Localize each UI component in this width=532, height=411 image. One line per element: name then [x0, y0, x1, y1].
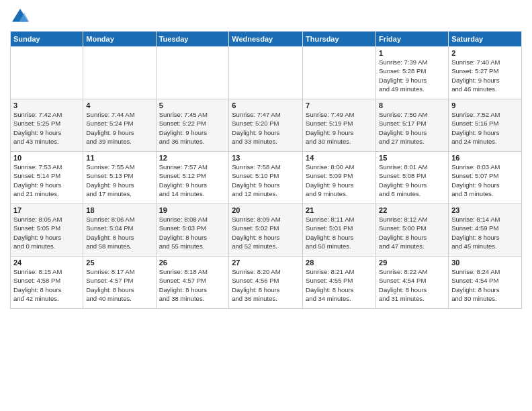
day-info: Sunrise: 8:09 AM Sunset: 5:02 PM Dayligh…: [232, 215, 300, 250]
day-number: 20: [232, 206, 300, 214]
calendar-cell: [303, 47, 376, 99]
day-number: 10: [13, 154, 80, 162]
day-info: Sunrise: 7:49 AM Sunset: 5:19 PM Dayligh…: [306, 110, 373, 146]
calendar-cell: 12Sunrise: 7:57 AM Sunset: 5:12 PM Dayli…: [156, 152, 229, 204]
calendar-week-row: 24Sunrise: 8:15 AM Sunset: 4:58 PM Dayli…: [11, 257, 522, 309]
day-number: 12: [159, 154, 226, 162]
day-number: 6: [232, 101, 300, 109]
calendar-day-header: Monday: [83, 32, 156, 47]
day-number: 27: [232, 259, 300, 267]
calendar-day-header: Saturday: [449, 32, 522, 47]
day-info: Sunrise: 8:03 AM Sunset: 5:07 PM Dayligh…: [451, 163, 519, 198]
calendar-cell: 4Sunrise: 7:44 AM Sunset: 5:24 PM Daylig…: [83, 99, 156, 152]
calendar-cell: 29Sunrise: 8:22 AM Sunset: 4:54 PM Dayli…: [376, 257, 449, 309]
calendar-cell: 14Sunrise: 8:00 AM Sunset: 5:09 PM Dayli…: [303, 152, 376, 204]
calendar-cell: [11, 47, 83, 99]
calendar-week-row: 3Sunrise: 7:42 AM Sunset: 5:25 PM Daylig…: [11, 99, 522, 152]
day-info: Sunrise: 8:06 AM Sunset: 5:04 PM Dayligh…: [86, 215, 152, 250]
day-number: 23: [451, 206, 519, 214]
calendar-cell: 24Sunrise: 8:15 AM Sunset: 4:58 PM Dayli…: [11, 257, 83, 309]
calendar-cell: 23Sunrise: 8:14 AM Sunset: 4:59 PM Dayli…: [449, 204, 522, 257]
calendar-cell: [156, 47, 229, 99]
day-number: 15: [379, 154, 445, 162]
day-number: 19: [159, 206, 226, 214]
calendar-cell: [83, 47, 156, 99]
day-info: Sunrise: 8:11 AM Sunset: 5:01 PM Dayligh…: [306, 215, 373, 250]
day-number: 7: [306, 101, 373, 109]
calendar-cell: 26Sunrise: 8:18 AM Sunset: 4:57 PM Dayli…: [156, 257, 229, 309]
calendar-day-header: Wednesday: [229, 32, 303, 47]
calendar-body: 1Sunrise: 7:39 AM Sunset: 5:28 PM Daylig…: [11, 47, 522, 309]
day-info: Sunrise: 7:39 AM Sunset: 5:28 PM Dayligh…: [379, 58, 445, 93]
day-info: Sunrise: 7:53 AM Sunset: 5:14 PM Dayligh…: [13, 163, 80, 198]
day-number: 29: [379, 259, 445, 267]
calendar-header-row: SundayMondayTuesdayWednesdayThursdayFrid…: [11, 32, 522, 47]
calendar-cell: 18Sunrise: 8:06 AM Sunset: 5:04 PM Dayli…: [83, 204, 156, 257]
day-number: 3: [13, 101, 80, 109]
day-info: Sunrise: 8:24 AM Sunset: 4:54 PM Dayligh…: [451, 267, 519, 303]
calendar-cell: 13Sunrise: 7:58 AM Sunset: 5:10 PM Dayli…: [229, 152, 303, 204]
calendar-cell: 3Sunrise: 7:42 AM Sunset: 5:25 PM Daylig…: [11, 99, 83, 152]
calendar-cell: 5Sunrise: 7:45 AM Sunset: 5:22 PM Daylig…: [156, 99, 229, 152]
day-info: Sunrise: 7:47 AM Sunset: 5:20 PM Dayligh…: [232, 110, 300, 146]
calendar-day-header: Tuesday: [156, 32, 229, 47]
day-number: 9: [451, 101, 519, 109]
header: [10, 7, 522, 27]
day-info: Sunrise: 8:14 AM Sunset: 4:59 PM Dayligh…: [451, 215, 519, 250]
day-info: Sunrise: 7:58 AM Sunset: 5:10 PM Dayligh…: [232, 163, 300, 198]
day-number: 14: [306, 154, 373, 162]
calendar-cell: 16Sunrise: 8:03 AM Sunset: 5:07 PM Dayli…: [449, 152, 522, 204]
day-info: Sunrise: 7:57 AM Sunset: 5:12 PM Dayligh…: [159, 163, 226, 198]
day-number: 11: [86, 154, 152, 162]
day-info: Sunrise: 8:08 AM Sunset: 5:03 PM Dayligh…: [159, 215, 226, 250]
logo-icon: [10, 7, 30, 27]
calendar-day-header: Friday: [376, 32, 449, 47]
page: SundayMondayTuesdayWednesdayThursdayFrid…: [0, 0, 532, 411]
calendar-table: SundayMondayTuesdayWednesdayThursdayFrid…: [10, 31, 522, 309]
calendar-cell: 1Sunrise: 7:39 AM Sunset: 5:28 PM Daylig…: [376, 47, 449, 99]
day-info: Sunrise: 7:40 AM Sunset: 5:27 PM Dayligh…: [451, 58, 519, 93]
calendar-cell: 17Sunrise: 8:05 AM Sunset: 5:05 PM Dayli…: [11, 204, 83, 257]
calendar-cell: 25Sunrise: 8:17 AM Sunset: 4:57 PM Dayli…: [83, 257, 156, 309]
calendar-cell: 28Sunrise: 8:21 AM Sunset: 4:55 PM Dayli…: [303, 257, 376, 309]
day-number: 24: [13, 259, 80, 267]
calendar-cell: 2Sunrise: 7:40 AM Sunset: 5:27 PM Daylig…: [449, 47, 522, 99]
calendar-cell: 9Sunrise: 7:52 AM Sunset: 5:16 PM Daylig…: [449, 99, 522, 152]
day-number: 22: [379, 206, 445, 214]
calendar-cell: 11Sunrise: 7:55 AM Sunset: 5:13 PM Dayli…: [83, 152, 156, 204]
calendar-week-row: 1Sunrise: 7:39 AM Sunset: 5:28 PM Daylig…: [11, 47, 522, 99]
day-info: Sunrise: 8:21 AM Sunset: 4:55 PM Dayligh…: [306, 267, 373, 303]
day-info: Sunrise: 8:20 AM Sunset: 4:56 PM Dayligh…: [232, 267, 300, 303]
day-info: Sunrise: 8:17 AM Sunset: 4:57 PM Dayligh…: [86, 267, 152, 303]
day-number: 8: [379, 101, 445, 109]
calendar-cell: 22Sunrise: 8:12 AM Sunset: 5:00 PM Dayli…: [376, 204, 449, 257]
day-number: 28: [306, 259, 373, 267]
day-number: 1: [379, 49, 445, 57]
calendar-week-row: 17Sunrise: 8:05 AM Sunset: 5:05 PM Dayli…: [11, 204, 522, 257]
calendar-day-header: Thursday: [303, 32, 376, 47]
calendar-cell: 21Sunrise: 8:11 AM Sunset: 5:01 PM Dayli…: [303, 204, 376, 257]
logo: [10, 7, 32, 27]
calendar-cell: 6Sunrise: 7:47 AM Sunset: 5:20 PM Daylig…: [229, 99, 303, 152]
day-number: 26: [159, 259, 226, 267]
day-info: Sunrise: 8:00 AM Sunset: 5:09 PM Dayligh…: [306, 163, 373, 198]
calendar-week-row: 10Sunrise: 7:53 AM Sunset: 5:14 PM Dayli…: [11, 152, 522, 204]
calendar-cell: 8Sunrise: 7:50 AM Sunset: 5:17 PM Daylig…: [376, 99, 449, 152]
calendar-cell: 27Sunrise: 8:20 AM Sunset: 4:56 PM Dayli…: [229, 257, 303, 309]
day-info: Sunrise: 8:22 AM Sunset: 4:54 PM Dayligh…: [379, 267, 445, 303]
day-info: Sunrise: 8:12 AM Sunset: 5:00 PM Dayligh…: [379, 215, 445, 250]
calendar-day-header: Sunday: [11, 32, 83, 47]
day-info: Sunrise: 7:44 AM Sunset: 5:24 PM Dayligh…: [86, 110, 152, 146]
day-info: Sunrise: 7:50 AM Sunset: 5:17 PM Dayligh…: [379, 110, 445, 146]
day-number: 16: [451, 154, 519, 162]
calendar-cell: 20Sunrise: 8:09 AM Sunset: 5:02 PM Dayli…: [229, 204, 303, 257]
day-number: 30: [451, 259, 519, 267]
day-info: Sunrise: 7:45 AM Sunset: 5:22 PM Dayligh…: [159, 110, 226, 146]
day-info: Sunrise: 7:55 AM Sunset: 5:13 PM Dayligh…: [86, 163, 152, 198]
day-number: 25: [86, 259, 152, 267]
calendar-cell: [229, 47, 303, 99]
day-info: Sunrise: 8:01 AM Sunset: 5:08 PM Dayligh…: [379, 163, 445, 198]
day-info: Sunrise: 7:52 AM Sunset: 5:16 PM Dayligh…: [451, 110, 519, 146]
day-number: 4: [86, 101, 152, 109]
day-number: 21: [306, 206, 373, 214]
